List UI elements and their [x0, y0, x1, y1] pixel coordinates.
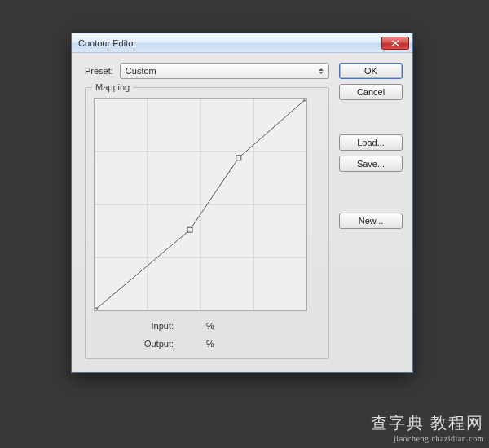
input-unit: %	[206, 321, 214, 331]
cancel-button[interactable]: Cancel	[339, 84, 403, 100]
mapping-legend: Mapping	[92, 82, 133, 92]
left-panel: Preset: Custom Mapping	[85, 63, 329, 359]
close-icon	[391, 38, 399, 48]
close-button[interactable]	[381, 37, 409, 50]
svg-rect-7	[187, 227, 192, 232]
contour-editor-dialog: Contour Editor Preset: Custom Mapping	[71, 33, 413, 373]
preset-select[interactable]: Custom	[120, 63, 329, 79]
svg-rect-9	[304, 99, 306, 101]
watermark: 查字典 教程网 jiaocheng.chazidian.com	[371, 412, 484, 443]
titlebar[interactable]: Contour Editor	[72, 33, 412, 53]
output-row: Output: %	[134, 339, 320, 349]
right-panel: OK Cancel Load... Save... New...	[339, 63, 403, 359]
preset-label: Preset:	[85, 66, 113, 76]
save-button[interactable]: Save...	[339, 156, 403, 172]
mapping-curve[interactable]	[94, 98, 307, 311]
output-unit: %	[206, 339, 214, 349]
input-label: Input:	[134, 321, 174, 331]
chevron-updown-icon	[318, 67, 324, 75]
io-rows: Input: % Output: %	[94, 321, 320, 349]
preset-row: Preset: Custom	[85, 63, 329, 79]
new-button[interactable]: New...	[339, 213, 403, 229]
preset-value: Custom	[126, 66, 156, 76]
titlebar-title: Contour Editor	[78, 38, 381, 48]
output-label: Output:	[134, 339, 174, 349]
ok-button[interactable]: OK	[339, 63, 403, 79]
mapping-fieldset: Mapping	[85, 87, 329, 359]
watermark-brand: 查字典 教程网	[371, 412, 484, 434]
svg-rect-6	[95, 308, 97, 310]
load-button[interactable]: Load...	[339, 134, 403, 151]
watermark-url: jiaocheng.chazidian.com	[371, 434, 484, 443]
curve-svg	[95, 99, 306, 310]
svg-rect-8	[236, 156, 241, 160]
dialog-body: Preset: Custom Mapping	[72, 53, 412, 372]
input-row: Input: %	[134, 321, 320, 331]
